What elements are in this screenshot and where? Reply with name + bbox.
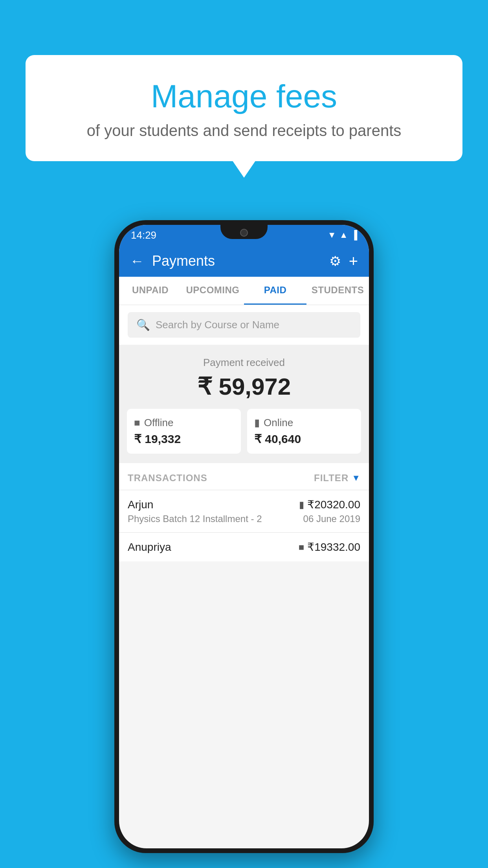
filter-container[interactable]: FILTER ▼ (314, 473, 360, 484)
cash-icon: ■ (134, 417, 140, 429)
header-title: Payments (152, 253, 321, 269)
online-card: ▮ Online ₹ 40,640 (247, 409, 361, 454)
phone-screen: 14:29 ▼ ▲ ▐ ← Payments ⚙ + UNPAID UPCOMI… (119, 225, 369, 848)
back-button[interactable]: ← (130, 253, 144, 269)
tabs-bar: UNPAID UPCOMING PAID STUDENTS (119, 277, 369, 305)
search-input[interactable]: Search by Course or Name (156, 319, 279, 331)
payment-mode-icon: ▮ (299, 499, 304, 510)
offline-label: Offline (144, 417, 174, 429)
transaction-name-2: Anupriya (128, 541, 171, 554)
tab-upcoming[interactable]: UPCOMING (182, 277, 244, 305)
transaction-name: Arjun (128, 498, 153, 511)
tab-unpaid[interactable]: UNPAID (119, 277, 182, 305)
transaction-amount-container-2: ■ ₹19332.00 (299, 541, 360, 554)
payment-received-label: Payment received (127, 357, 361, 369)
filter-icon: ▼ (352, 473, 360, 483)
transaction-item-anupriya[interactable]: Anupriya ■ ₹19332.00 (119, 532, 369, 561)
front-camera (240, 229, 248, 237)
transaction-course: Physics Batch 12 Installment - 2 (128, 513, 262, 524)
transactions-header: TRANSACTIONS FILTER ▼ (119, 463, 369, 490)
add-button[interactable]: + (349, 252, 358, 270)
filter-label: FILTER (314, 473, 349, 484)
online-label: Online (264, 417, 293, 429)
app-header: ← Payments ⚙ + (119, 245, 369, 277)
phone-mockup: 14:29 ▼ ▲ ▐ ← Payments ⚙ + UNPAID UPCOMI… (114, 220, 374, 853)
status-time: 14:29 (131, 229, 156, 241)
speech-bubble-title: Manage fees (45, 79, 443, 114)
tab-paid[interactable]: PAID (244, 277, 306, 305)
transaction-amount-container: ▮ ₹20320.00 (299, 498, 360, 511)
wifi-icon: ▼ (328, 230, 336, 240)
offline-amount: ₹ 19,332 (134, 432, 234, 446)
signal-icon: ▲ (339, 230, 348, 240)
offline-card: ■ Offline ₹ 19,332 (127, 409, 241, 454)
payment-cards: ■ Offline ₹ 19,332 ▮ Online ₹ 40,640 (127, 409, 361, 454)
settings-button[interactable]: ⚙ (329, 253, 341, 269)
status-icons: ▼ ▲ ▐ (328, 230, 357, 240)
transaction-date: 06 June 2019 (303, 513, 360, 524)
transaction-amount-2: ₹19332.00 (307, 541, 360, 554)
payment-summary: Payment received ₹ 59,972 ■ Offline ₹ 19… (119, 345, 369, 463)
transaction-bottom-row: Physics Batch 12 Installment - 2 06 June… (128, 513, 360, 524)
transaction-amount: ₹20320.00 (307, 498, 360, 511)
speech-bubble: Manage fees of your students and send re… (26, 55, 462, 161)
speech-bubble-subtitle: of your students and send receipts to pa… (45, 122, 443, 140)
online-amount: ₹ 40,640 (254, 432, 354, 446)
online-card-header: ▮ Online (254, 417, 354, 429)
phone-notch (220, 225, 268, 239)
search-container: 🔍 Search by Course or Name (119, 305, 369, 345)
phone-body: 14:29 ▼ ▲ ▐ ← Payments ⚙ + UNPAID UPCOMI… (114, 220, 374, 853)
payment-mode-icon-2: ■ (299, 542, 305, 553)
search-icon: 🔍 (136, 318, 150, 331)
card-icon: ▮ (254, 417, 260, 429)
transaction-item-arjun[interactable]: Arjun ▮ ₹20320.00 Physics Batch 12 Insta… (119, 490, 369, 532)
battery-icon: ▐ (351, 230, 357, 240)
transaction-partial-row: Anupriya ■ ₹19332.00 (128, 541, 360, 554)
transactions-label: TRANSACTIONS (128, 473, 207, 484)
search-box[interactable]: 🔍 Search by Course or Name (128, 312, 360, 338)
tab-students[interactable]: STUDENTS (306, 277, 369, 305)
payment-total-amount: ₹ 59,972 (127, 373, 361, 400)
offline-card-header: ■ Offline (134, 417, 234, 429)
transaction-top-row: Arjun ▮ ₹20320.00 (128, 498, 360, 511)
